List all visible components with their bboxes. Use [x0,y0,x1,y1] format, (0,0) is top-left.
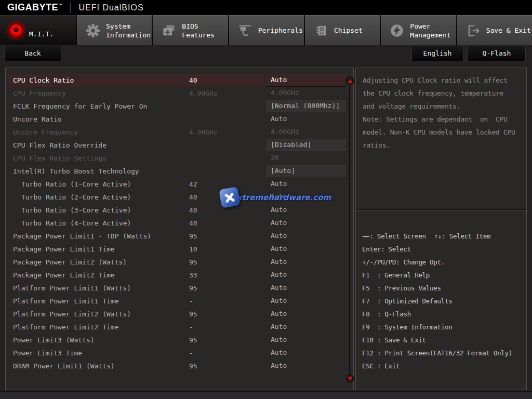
settings-row-main: CPU Clock Ratio40 [8,74,264,87]
setting-option-value: Auto [266,217,346,229]
settings-row[interactable]: Uncore RatioAuto [6,113,353,126]
gear-icon [85,23,101,38]
help-text-line: and voltage requirements. [363,100,522,113]
setting-label: FCLK Frequency for Early Power On [13,100,147,113]
settings-row[interactable]: Turbo Ratio (4-Core Active)40Auto [6,217,353,230]
settings-row[interactable]: CPU Frequency4.00GHz4.00GHz [6,87,353,100]
hotkey-line: F5 : Previous Values [362,282,524,295]
setting-current-value: 4.00GHz [189,87,218,100]
qflash-button[interactable]: Q-Flash [468,46,526,61]
tab-mit[interactable]: M.I.T. [0,15,76,45]
setting-option-value: Auto [266,334,346,346]
settings-row[interactable]: Package Power Limit2 Time33Auto [6,269,353,282]
setting-option-value: Auto [266,191,346,203]
settings-row[interactable]: Package Power Limit2 (Watts)95Auto [6,256,353,269]
settings-row-main: CPU Frequency4.00GHz [8,87,264,100]
settings-row-main: Turbo Ratio (3-Core Active)40 [8,204,264,217]
scroll-up-button[interactable] [345,76,354,85]
setting-option-value: Auto [266,113,346,125]
scroll-down-button[interactable] [345,374,354,383]
setting-label: Turbo Ratio (1-Core Active) [21,178,131,191]
help-text-line: the CPU clock frequency, temperature [363,87,522,100]
settings-row-main: Power Limit3 Time- [8,347,264,360]
help-text-line: model. Non-K CPU models have locked CPU [363,126,522,139]
settings-row-main: CPU Flex Ratio Settings [8,152,264,165]
tab-bios-features[interactable]: BIOSFeatures [153,15,228,45]
setting-option-value: Auto [266,295,346,307]
setting-current-value: 95 [189,308,197,321]
hotkey-line: ESC : Exit [362,360,524,373]
settings-row[interactable]: Package Power Limit1 Time10Auto [6,243,353,256]
settings-row[interactable]: FCLK Frequency for Early Power On[Normal… [6,100,353,113]
setting-current-value: 4.00GHz [189,126,218,139]
back-button[interactable]: Back [4,46,61,61]
settings-row-main: Turbo Ratio (1-Core Active)42 [8,178,264,191]
settings-row[interactable]: DRAM Power Limit1 (Watts)95Auto [6,360,353,373]
tab-chipset[interactable]: Chipset [305,15,380,45]
setting-label: Uncore Frequency [13,126,78,139]
settings-row[interactable]: Turbo Ratio (3-Core Active)40Auto [6,204,353,217]
tab-save-exit[interactable]: Save & Exit [457,15,532,45]
setting-label: CPU Clock Ratio [13,74,74,87]
setting-label: Package Power Limit2 (Watts) [13,256,127,269]
help-panel-divider [356,209,526,210]
settings-row[interactable]: Platform Power Limit2 Time-Auto [6,321,353,334]
settings-row[interactable]: Turbo Ratio (1-Core Active)42Auto [6,178,353,191]
exit-door-icon [466,23,481,38]
setting-current-value: - [189,347,193,360]
tab-power-management[interactable]: PowerManagement [381,15,456,45]
tab-peripherals[interactable]: Peripherals [229,15,304,45]
settings-row-main: Platform Power Limit2 Time- [8,321,264,334]
settings-row[interactable]: Package Power Limit1 - TDP (Watts)95Auto [6,230,353,243]
hotkey-line: F12 : Print Screen(FAT16/32 Format Only) [362,347,524,360]
scroll-down-icon [348,377,353,381]
lightning-icon [389,23,405,38]
settings-row[interactable]: Platform Power Limit1 Time-Auto [6,295,353,308]
tab-label: PowerManagement [410,22,450,39]
setting-label: Platform Power Limit1 (Watts) [13,282,131,295]
settings-row[interactable]: Platform Power Limit1 (Watts)95Auto [6,282,353,295]
tab-system-information[interactable]: SystemInformation [77,15,152,45]
setting-label: Platform Power Limit2 Time [13,321,119,334]
peripheral-icon [237,23,253,38]
setting-option-value[interactable]: [Disabled] [266,139,346,151]
language-button[interactable]: English [411,46,463,61]
setting-label: Platform Power Limit1 Time [13,295,119,308]
settings-panel: CPU Clock Ratio40AutoCPU Frequency4.00GH… [5,68,354,390]
setting-option-value: Auto [266,256,346,268]
setting-label: Turbo Ratio (3-Core Active) [21,204,131,217]
scrollbar-track[interactable] [349,86,350,377]
settings-list: CPU Clock Ratio40AutoCPU Frequency4.00GH… [6,74,353,373]
settings-row[interactable]: Intel(R) Turbo Boost Technology[Auto] [6,165,353,178]
settings-row[interactable]: CPU Flex Ratio Settings20 [6,152,353,165]
settings-row-main: Turbo Ratio (2-Core Active)40 [8,191,264,204]
setting-label: Package Power Limit1 Time [13,243,115,256]
settings-row[interactable]: CPU Clock Ratio40Auto [6,74,353,87]
settings-row[interactable]: Power Limit3 (Watts)95Auto [6,334,353,347]
setting-label: Power Limit3 Time [13,347,82,360]
setting-current-value: - [189,295,193,308]
setting-option-value: Auto [266,74,346,86]
tab-label: Peripherals [258,26,303,35]
settings-row-main: Package Power Limit1 Time10 [8,243,264,256]
hotkey-line: F8 : Q-Flash [362,308,524,321]
bottom-strip [0,391,532,399]
settings-row[interactable]: Uncore Frequency4.00GHz4.00GHz [6,126,353,139]
settings-row-main: Uncore Ratio [8,113,264,126]
tab-label: SystemInformation [106,22,151,39]
setting-current-value: 95 [189,334,197,347]
hotkey-line: →←: Select Screen ↑↓: Select Item [362,230,524,243]
settings-row[interactable]: Turbo Ratio (2-Core Active)40Auto [6,191,353,204]
setting-current-value: 42 [189,178,197,191]
settings-row[interactable]: Power Limit3 Time-Auto [6,347,353,360]
settings-row-main: Package Power Limit2 Time33 [8,269,264,282]
setting-option-value[interactable]: [Auto] [266,165,346,177]
settings-row[interactable]: Platform Power Limit2 (Watts)95Auto [6,308,353,321]
setting-label: DRAM Power Limit1 (Watts) [13,360,115,373]
tab-label: M.I.T. [29,30,54,38]
setting-label: Uncore Ratio [13,113,62,126]
title-divider [70,3,71,13]
setting-option-value[interactable]: [Normal (800Mhz)] [266,100,346,112]
setting-option-value: Auto [266,360,346,372]
settings-row[interactable]: CPU Flex Ratio Override[Disabled] [6,139,353,152]
